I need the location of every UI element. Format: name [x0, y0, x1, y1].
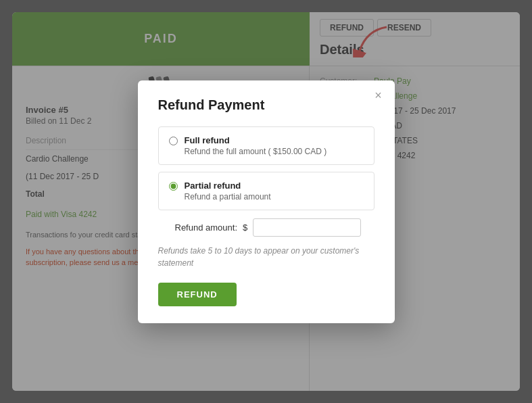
- refund-amount-input[interactable]: [253, 218, 361, 237]
- refund-notice: Refunds take 5 to 10 days to appear on y…: [158, 245, 374, 269]
- full-refund-radio[interactable]: [169, 137, 178, 145]
- partial-refund-label: Partial refund: [185, 181, 271, 191]
- refund-amount-label: Refund amount:: [175, 222, 238, 233]
- refund-modal: × Refund Payment Full refund Refund the …: [138, 80, 395, 323]
- modal-close-button[interactable]: ×: [372, 89, 385, 102]
- submit-refund-button[interactable]: REFUND: [158, 283, 237, 306]
- dollar-sign: $: [243, 222, 247, 233]
- modal-backdrop: × Refund Payment Full refund Refund the …: [0, 0, 532, 403]
- full-refund-text: Full refund Refund the full amount ( $15…: [185, 135, 327, 156]
- partial-refund-text: Partial refund Refund a partial amount: [185, 181, 271, 202]
- partial-refund-option[interactable]: Partial refund Refund a partial amount: [158, 172, 374, 210]
- modal-title: Refund Payment: [158, 97, 374, 113]
- partial-refund-radio[interactable]: [169, 182, 178, 191]
- refund-amount-row: Refund amount: $: [175, 218, 374, 237]
- full-refund-label: Full refund: [185, 135, 327, 145]
- full-refund-option[interactable]: Full refund Refund the full amount ( $15…: [158, 126, 374, 165]
- partial-refund-desc: Refund a partial amount: [185, 192, 271, 202]
- full-refund-desc: Refund the full amount ( $150.00 CAD ): [185, 147, 327, 156]
